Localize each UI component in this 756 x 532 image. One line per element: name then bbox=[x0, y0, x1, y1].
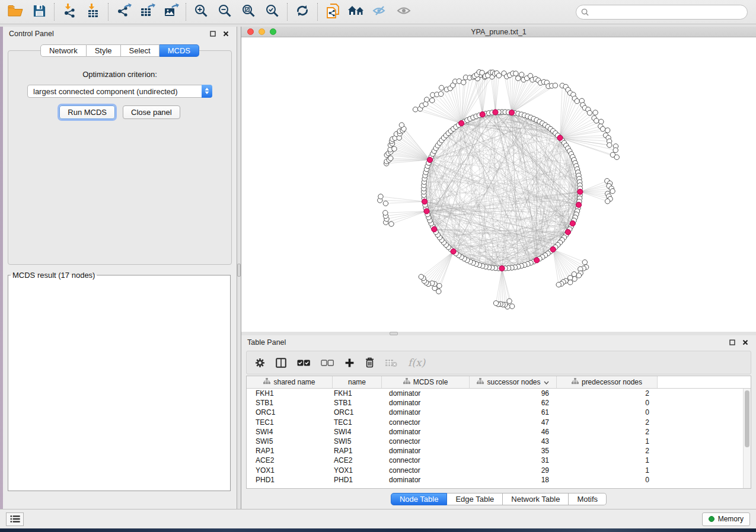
duplicate-network-button[interactable] bbox=[321, 2, 344, 22]
table-cell: ACE2 bbox=[247, 456, 333, 464]
table-panel-title: Table Panel bbox=[247, 338, 286, 347]
table-row[interactable]: ORC1ORC1dominator610 bbox=[247, 408, 743, 417]
table-split-divider[interactable] bbox=[241, 332, 756, 335]
deselect-all-button[interactable] bbox=[321, 355, 334, 370]
tab-motifs[interactable]: Motifs bbox=[569, 493, 607, 505]
show-columns-button[interactable] bbox=[276, 355, 286, 370]
table-cell: 0 bbox=[557, 408, 658, 416]
tab-select[interactable]: Select bbox=[121, 44, 160, 57]
column-header-shared-name[interactable]: shared name bbox=[247, 376, 333, 388]
close-panel-icon[interactable] bbox=[741, 338, 750, 347]
table-cell: SWI5 bbox=[333, 437, 382, 446]
column-header-name[interactable]: name bbox=[333, 376, 382, 388]
app-window: Control Panel Network Style Select MCDS … bbox=[0, 0, 756, 532]
tab-edge-table[interactable]: Edge Table bbox=[447, 493, 503, 505]
tab-mcds[interactable]: MCDS bbox=[160, 44, 199, 57]
open-file-button[interactable] bbox=[4, 2, 27, 22]
fx-icon: f(x) bbox=[408, 357, 425, 368]
table-row[interactable]: RAP1RAP1dominator352 bbox=[247, 446, 743, 456]
column-label: name bbox=[348, 378, 366, 386]
table-cell: 1 bbox=[557, 437, 658, 446]
header-filler bbox=[658, 376, 751, 388]
main-area: Control Panel Network Style Select MCDS … bbox=[0, 24, 756, 509]
table-row[interactable]: ACE2ACE2connector311 bbox=[247, 456, 743, 465]
status-bar: Memory bbox=[0, 509, 756, 528]
table-cell: TEC1 bbox=[247, 418, 333, 427]
import-table-button[interactable] bbox=[81, 2, 105, 22]
export-image-button[interactable] bbox=[159, 2, 183, 22]
float-panel-icon[interactable] bbox=[208, 29, 218, 39]
export-table-button[interactable] bbox=[135, 2, 159, 22]
table-row[interactable]: SWI5SWI5connector431 bbox=[247, 437, 743, 446]
run-mcds-button[interactable]: Run MCDS bbox=[59, 105, 115, 119]
tab-style[interactable]: Style bbox=[87, 44, 121, 57]
right-pane: YPA_prune.txt_1 Table Panel bbox=[241, 27, 756, 509]
memory-label: Memory bbox=[718, 515, 744, 523]
tab-network-table[interactable]: Network Table bbox=[503, 493, 569, 505]
panel-split-divider[interactable] bbox=[237, 27, 241, 509]
columns-icon bbox=[276, 358, 286, 368]
refresh-button[interactable] bbox=[291, 2, 314, 22]
close-panel-button[interactable]: Close panel bbox=[123, 105, 180, 119]
zoom-out-icon bbox=[218, 4, 232, 21]
save-session-button[interactable] bbox=[27, 2, 51, 22]
create-column-button[interactable] bbox=[344, 355, 355, 370]
task-history-button[interactable] bbox=[6, 512, 24, 526]
delete-table-button[interactable] bbox=[385, 355, 397, 370]
trash-icon bbox=[365, 357, 374, 368]
network-window-titlebar[interactable]: YPA_prune.txt_1 bbox=[241, 27, 756, 37]
settings-button[interactable] bbox=[255, 355, 265, 370]
table-cell: ACE2 bbox=[333, 456, 382, 464]
divider-handle[interactable] bbox=[390, 332, 398, 335]
table-scrollbar[interactable] bbox=[743, 389, 751, 488]
tab-network[interactable]: Network bbox=[40, 44, 87, 57]
tab-node-table[interactable]: Node Table bbox=[391, 493, 448, 505]
import-network-button[interactable] bbox=[58, 2, 81, 22]
export-network-icon bbox=[116, 3, 132, 21]
network-view[interactable] bbox=[241, 37, 756, 332]
table-cell: dominator bbox=[382, 389, 470, 398]
memory-button[interactable]: Memory bbox=[702, 512, 750, 526]
export-network-button[interactable] bbox=[111, 2, 135, 22]
function-builder-button[interactable]: f(x) bbox=[408, 355, 425, 370]
column-header-MCDS-role[interactable]: MCDS role bbox=[382, 376, 470, 388]
float-panel-icon[interactable] bbox=[728, 338, 737, 347]
zoom-fit-button[interactable] bbox=[237, 2, 260, 22]
toolbar-separator bbox=[186, 3, 186, 21]
zoom-selected-button[interactable] bbox=[260, 2, 284, 22]
table-cell: connector bbox=[382, 437, 470, 446]
select-all-button[interactable] bbox=[297, 355, 310, 370]
list-icon bbox=[10, 515, 20, 523]
table-tabs: Node TableEdge TableNetwork TableMotifs bbox=[241, 489, 756, 509]
close-panel-icon[interactable] bbox=[221, 29, 231, 39]
table-cell: ORC1 bbox=[247, 408, 333, 416]
network-canvas bbox=[241, 37, 756, 332]
table-cell: STB1 bbox=[247, 399, 333, 407]
zoom-in-button[interactable] bbox=[189, 2, 213, 22]
table-row[interactable]: TEC1TEC1connector472 bbox=[247, 418, 743, 427]
table-cell: 2 bbox=[557, 418, 658, 427]
delete-column-button[interactable] bbox=[365, 355, 374, 370]
search-input[interactable] bbox=[592, 8, 742, 16]
main-toolbar bbox=[0, 0, 756, 24]
column-header-successor-nodes[interactable]: successor nodes bbox=[470, 376, 557, 388]
table-row[interactable]: STB1STB1dominator620 bbox=[247, 398, 743, 408]
table-row[interactable]: YOX1YOX1connector291 bbox=[247, 466, 743, 475]
table-row[interactable]: SWI4SWI4dominator462 bbox=[247, 427, 743, 437]
column-header-predecessor-nodes[interactable]: predecessor nodes bbox=[557, 376, 658, 388]
divider-handle[interactable] bbox=[237, 264, 241, 277]
hide-selected-button[interactable] bbox=[368, 2, 392, 22]
table-cell: connector bbox=[382, 456, 470, 464]
first-neighbors-button[interactable] bbox=[344, 2, 368, 22]
table-toolbar: f(x) bbox=[246, 351, 751, 374]
table-cell: 1 bbox=[557, 466, 658, 475]
scrollbar-thumb[interactable] bbox=[745, 390, 749, 447]
criterion-dropdown[interactable]: largest connected component (undirected) bbox=[27, 85, 212, 98]
export-image-icon bbox=[163, 3, 179, 21]
search-box[interactable] bbox=[576, 5, 748, 20]
table-row[interactable]: FKH1FKH1dominator962 bbox=[247, 389, 743, 398]
table-row[interactable]: PHD1PHD1dominator180 bbox=[247, 475, 743, 485]
refresh-icon bbox=[295, 4, 310, 20]
show-all-button[interactable] bbox=[392, 2, 416, 22]
zoom-out-button[interactable] bbox=[213, 2, 237, 22]
